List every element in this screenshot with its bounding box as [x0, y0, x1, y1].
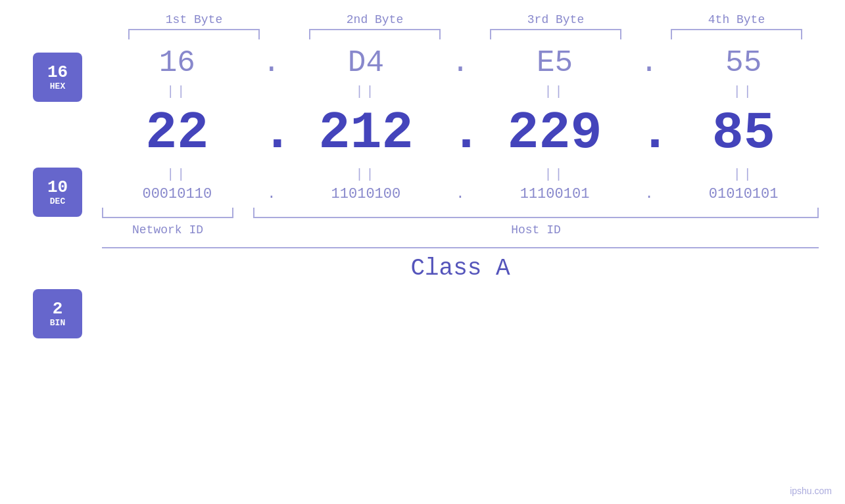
- dot-hex-3: .: [639, 46, 659, 80]
- dec-badge: 10 DEC: [33, 168, 82, 217]
- bin-badge: 2 BIN: [33, 289, 82, 338]
- byte2-header: 2nd Byte: [309, 13, 441, 26]
- eq2-b4: ||: [678, 167, 809, 182]
- hex-badge-label: HEX: [50, 81, 65, 91]
- bracket-byte2: [309, 29, 441, 39]
- hex-badge: 16 HEX: [33, 53, 82, 102]
- byte3-header: 3rd Byte: [490, 13, 621, 26]
- dec-b4: 85: [678, 103, 809, 163]
- dot-bin-1: .: [262, 186, 281, 202]
- eq2-b3: ||: [489, 167, 621, 182]
- eq2-b1: ||: [111, 167, 243, 182]
- bin-badge-number: 2: [53, 300, 63, 319]
- dot-hex-1: .: [262, 46, 281, 80]
- bracket-byte3: [490, 29, 621, 39]
- values-grid: 16 . D4 . E5 . 55: [102, 46, 819, 338]
- byte4-header: 4th Byte: [671, 13, 802, 26]
- dec-badge-label: DEC: [50, 196, 65, 206]
- dot-dec-3: .: [639, 103, 659, 163]
- bin-b2: 11010100: [300, 186, 431, 202]
- dec-badge-number: 10: [47, 178, 68, 197]
- dec-row: 22 . 212 . 229 . 85: [102, 103, 819, 163]
- bracket-host-id: [253, 208, 819, 218]
- top-brackets: [104, 29, 827, 39]
- dot-bin-3: .: [639, 186, 659, 202]
- equals-row-1: || || || ||: [102, 84, 819, 99]
- eq1-b4: ||: [678, 84, 809, 99]
- bracket-byte4: [671, 29, 802, 39]
- dot-hex-2: .: [450, 46, 470, 80]
- dot-dec-1: .: [262, 103, 281, 163]
- bracket-network-id: [102, 208, 233, 218]
- class-bracket-line: [102, 247, 819, 248]
- byte-headers: 1st Byte 2nd Byte 3rd Byte 4th Byte: [104, 13, 827, 26]
- byte1-header: 1st Byte: [128, 13, 260, 26]
- bin-row: 00010110 . 11010100 . 11100101 .: [102, 186, 819, 202]
- main-container: 1st Byte 2nd Byte 3rd Byte 4th Byte 16 H…: [0, 0, 845, 504]
- eq1-b2: ||: [300, 84, 431, 99]
- hex-b3: E5: [489, 46, 621, 80]
- watermark: ipshu.com: [790, 486, 832, 496]
- badges-column: 16 HEX 10 DEC 2 BIN: [33, 53, 82, 338]
- bin-b1: 00010110: [111, 186, 243, 202]
- eq1-b1: ||: [111, 84, 243, 99]
- hex-badge-number: 16: [47, 63, 68, 82]
- dec-b2: 212: [300, 103, 431, 163]
- eq2-b2: ||: [300, 167, 431, 182]
- class-label: Class A: [102, 255, 819, 282]
- hex-row: 16 . D4 . E5 . 55: [102, 46, 819, 80]
- host-id-label: Host ID: [253, 223, 819, 237]
- hex-b1: 16: [111, 46, 243, 80]
- bin-b4: 01010101: [678, 186, 809, 202]
- hex-b2: D4: [300, 46, 431, 80]
- bin-badge-label: BIN: [50, 318, 65, 328]
- dot-bin-2: .: [450, 186, 470, 202]
- bin-b3: 11100101: [489, 186, 621, 202]
- dec-b3: 229: [489, 103, 621, 163]
- hex-b4: 55: [678, 46, 809, 80]
- eq1-b3: ||: [489, 84, 621, 99]
- bracket-byte1: [128, 29, 260, 39]
- dec-b1: 22: [111, 103, 243, 163]
- dot-dec-2: .: [450, 103, 470, 163]
- network-id-label: Network ID: [102, 223, 233, 237]
- equals-row-2: || || || ||: [102, 167, 819, 182]
